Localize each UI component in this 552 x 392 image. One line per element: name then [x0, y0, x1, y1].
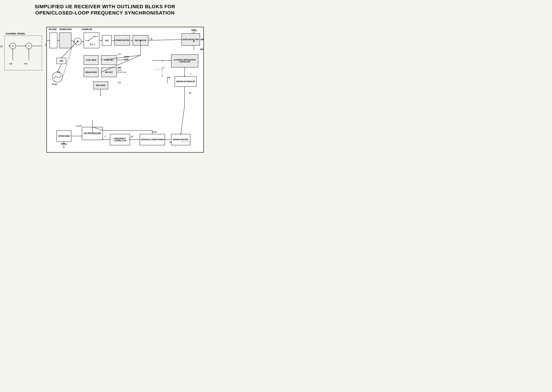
com-label: COM [124, 58, 128, 61]
rrc-filter-block: RRC FILTER [133, 35, 148, 46]
mid-label-mid: MID [118, 67, 121, 69]
svg-marker-54 [125, 71, 126, 73]
error-estimator-block: ERROR ESTIMATOR [175, 76, 197, 87]
signal-dhat: {d̂} [201, 38, 204, 41]
sync-label: SYNC [124, 56, 129, 58]
main-system-box: FR-END DOWNCONV SAMPLER × 1/T_c [46, 27, 204, 153]
multiply-circle-1: × [10, 43, 16, 49]
sync-mem-block: SYNC MEM [84, 55, 99, 65]
svg-point-11 [88, 40, 89, 41]
channel-model-label: CHANNEL MODEL [6, 32, 26, 35]
midam-mem-block: MIDAM MEM [84, 68, 99, 77]
signal-deltas2: ΔTs [118, 82, 121, 84]
signal-olt: ol(t) [57, 71, 60, 73]
signal-ai: aᵢ [162, 60, 163, 62]
avg-conditioner-block: AVERAGE CONDITIONER [140, 134, 165, 145]
pi2-block: π/2 [57, 58, 66, 64]
sampler-block: 1/T_c [84, 33, 99, 48]
downconv-label: DOWNCONV [59, 28, 72, 31]
data-detector-block: DATA DETECTOR [182, 33, 200, 46]
ue-processor-block: UE PROCESSOR [82, 127, 103, 140]
tcxo-label: TCXO [52, 83, 57, 85]
spred-mem-block: SPRED MEM [57, 130, 71, 142]
svg-line-12 [89, 36, 94, 40]
multiply-circle-main: × [74, 38, 81, 45]
signal-fhat: f̂ᵢ [105, 135, 106, 138]
sync-det-block: SYNC-DET [101, 55, 117, 65]
sim-card-block: SIM CARD [93, 82, 108, 89]
signal-nt: n(t) [24, 62, 28, 65]
sprq-bottom: SPRq [61, 143, 66, 145]
signal-ct: c(t) [9, 62, 12, 65]
ad-block: A/D [102, 35, 112, 46]
channel-model-svg [5, 36, 42, 70]
mid-label-top: MID [200, 48, 204, 50]
signal-deltafit: Δf̃ᵢ [189, 92, 191, 94]
diagram-area: CHANNEL MODEL s(t) × + c(t) n(t) [4, 21, 205, 158]
fr-end-label: FR-END [49, 28, 57, 31]
svg-marker-78 [100, 95, 101, 96]
signal-rk: r_k [149, 38, 152, 40]
freq-corrector-block: FREQUENCY CORRECTOR [110, 134, 130, 145]
svg-line-41 [57, 64, 61, 72]
signal-vcor: vcor(f̂ᵢ) [76, 125, 82, 127]
svg-point-13 [94, 36, 95, 37]
signal-yi: yᵢ [190, 73, 192, 75]
signal-st: s(t) [0, 45, 3, 48]
svg-marker-73 [63, 147, 64, 148]
sampler-label: SAMPLER [82, 28, 92, 31]
downconv-block [59, 33, 71, 48]
fr-end-block [50, 33, 57, 48]
error-buffer-block: ERROR BUFFER [171, 134, 190, 145]
aligner-block: ALIGNER & MODULATION CANCELLER [171, 54, 198, 68]
frame-buffer-block: FRAME BUFFER [114, 35, 130, 46]
cond-label: cond [152, 131, 156, 133]
mid-det-block: MID-DET [101, 68, 117, 77]
sprq-top: SPRq [191, 29, 197, 31]
tcxo-block [52, 72, 63, 82]
svg-line-20 [71, 40, 74, 42]
signal-deltam: ΔTm [118, 69, 122, 71]
signal-deltas-top: ΔTs [118, 53, 121, 55]
channel-model-box: CHANNEL MODEL s(t) × + c(t) n(t) [4, 35, 42, 70]
svg-line-60 [181, 106, 184, 134]
signal-dt: ΔT [162, 67, 164, 69]
svg-marker-85 [162, 76, 163, 77]
sel-label: sel [167, 76, 170, 78]
svg-text:1/T_c: 1/T_c [90, 43, 95, 46]
svg-line-30 [148, 40, 182, 40]
page-title: SIMPLIFIED UE RECEIVER WITH OUTLINED BLO… [3, 3, 206, 16]
add-circle: + [26, 43, 32, 49]
signal-deltafi: Δfᵢ [131, 135, 133, 138]
